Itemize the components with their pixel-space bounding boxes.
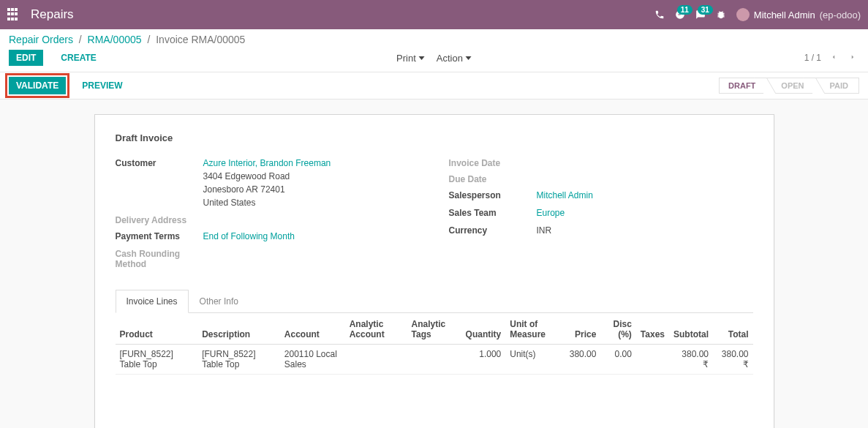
th-subtotal: Subtotal [669, 315, 713, 345]
th-disc: Disc (%) [600, 315, 635, 345]
breadcrumb: Repair Orders / RMA/00005 / Invoice RMA/… [9, 34, 859, 45]
cell-total: 380.00 ₹ [713, 345, 752, 375]
table-row[interactable]: [FURN_8522] Table Top [FURN_8522] Table … [116, 345, 753, 375]
cell-quantity: 1.000 [461, 345, 506, 375]
label-sales-team: Sales Team [449, 206, 537, 218]
form-sheet: Draft Invoice Customer Azure Interior, B… [94, 114, 774, 428]
sales-team-link[interactable]: Europe [537, 208, 565, 218]
app-title: Repairs [31, 7, 654, 22]
th-uom: Unit of Measure [505, 315, 565, 345]
tabs: Invoice Lines Other Info [116, 290, 753, 313]
tab-other-info[interactable]: Other Info [189, 290, 249, 313]
label-invoice-date: Invoice Date [449, 157, 537, 168]
breadcrumb-current: Invoice RMA/00005 [156, 34, 245, 45]
label-payment-terms: Payment Terms [116, 230, 203, 241]
label-salesperson: Salesperson [449, 189, 537, 200]
label-currency: Currency [449, 224, 537, 236]
customer-addr1: 3404 Edgewood Road [203, 171, 290, 181]
validate-button[interactable]: VALIDATE [9, 77, 66, 94]
chat-icon[interactable]: 31 [695, 10, 706, 20]
th-quantity: Quantity [461, 315, 506, 345]
cell-uom: Unit(s) [505, 345, 565, 375]
payment-terms-link[interactable]: End of Following Month [203, 231, 295, 241]
user-name: Mitchell Admin [754, 10, 815, 20]
label-due-date: Due Date [449, 173, 537, 184]
th-analytic-tags: Analytic Tags [407, 315, 461, 345]
stage-draft[interactable]: DRAFT [719, 78, 766, 94]
breadcrumb-parent[interactable]: RMA/00005 [88, 34, 142, 45]
cell-product: [FURN_8522] Table Top [116, 345, 198, 375]
user-db: (ep-odoo) [820, 10, 861, 20]
action-dropdown[interactable]: Action [437, 53, 472, 64]
edit-button[interactable]: EDIT [9, 50, 43, 66]
customer-addr2: Jonesboro AR 72401 [203, 184, 285, 195]
cell-subtotal: 380.00 ₹ [669, 345, 713, 375]
label-cash-rounding: Cash Rounding Method [116, 247, 203, 269]
cell-disc: 0.00 [600, 345, 635, 375]
invoice-lines-table: Product Description Account Analytic Acc… [116, 315, 753, 375]
cell-description: [FURN_8522] Table Top [197, 345, 280, 375]
apps-icon[interactable] [7, 8, 20, 21]
cell-analytic-account [345, 345, 407, 375]
currency-value: INR [537, 225, 552, 236]
bug-icon[interactable] [716, 10, 726, 20]
cell-analytic-tags [407, 345, 461, 375]
top-navbar: Repairs 11 31 Mitchell Admin (ep-odoo) [0, 0, 868, 29]
tab-invoice-lines[interactable]: Invoice Lines [116, 290, 189, 313]
th-account: Account [280, 315, 345, 345]
clock-icon[interactable]: 11 [675, 10, 685, 20]
cell-price: 380.00 [565, 345, 601, 375]
page-title: Draft Invoice [116, 132, 753, 143]
phone-icon[interactable] [654, 10, 665, 20]
preview-button[interactable]: PREVIEW [75, 78, 129, 94]
create-button[interactable]: CREATE [53, 50, 103, 66]
customer-link[interactable]: Azure Interior, Brandon Freeman [203, 158, 331, 168]
th-description: Description [197, 315, 280, 345]
pager-prev[interactable] [827, 51, 840, 64]
label-delivery-address: Delivery Address [116, 214, 203, 225]
th-taxes: Taxes [636, 315, 669, 345]
statusbar: VALIDATE PREVIEW DRAFT OPEN PAID [0, 72, 868, 100]
salesperson-link[interactable]: Mitchell Admin [537, 190, 593, 200]
cell-account: 200110 Local Sales [280, 345, 345, 375]
customer-addr3: United States [203, 198, 256, 208]
cell-taxes [636, 345, 669, 375]
clock-badge: 11 [677, 5, 692, 15]
status-stages: DRAFT OPEN PAID [719, 78, 859, 94]
control-row: Repair Orders / RMA/00005 / Invoice RMA/… [0, 29, 868, 72]
print-dropdown[interactable]: Print [396, 53, 425, 64]
pager-count: 1 / 1 [804, 53, 821, 63]
th-total: Total [713, 315, 752, 345]
th-analytic-account: Analytic Account [345, 315, 407, 345]
pager: 1 / 1 [804, 51, 859, 64]
pager-next[interactable] [846, 51, 859, 64]
user-menu[interactable]: Mitchell Admin (ep-odoo) [736, 8, 861, 21]
label-customer: Customer [116, 157, 203, 168]
chat-badge: 31 [698, 5, 713, 15]
th-price: Price [565, 315, 601, 345]
avatar [736, 8, 750, 21]
th-product: Product [116, 315, 198, 345]
breadcrumb-root[interactable]: Repair Orders [9, 34, 73, 45]
